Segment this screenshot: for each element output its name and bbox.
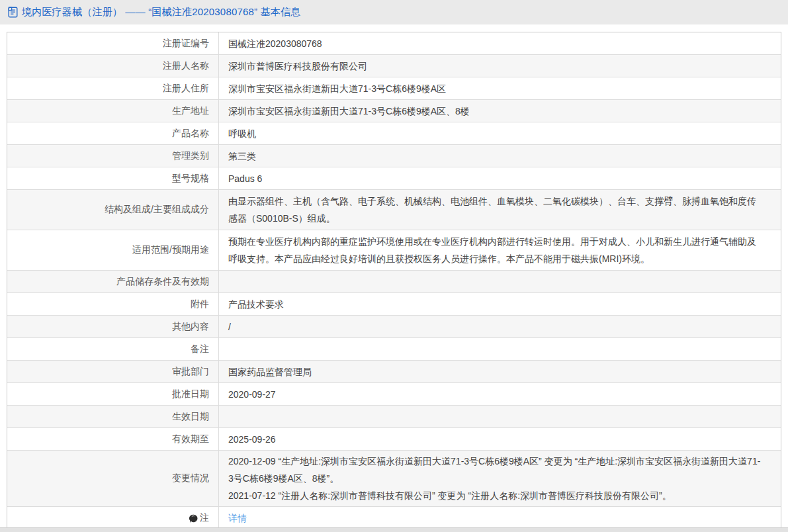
row-scope-intended-use: 适用范围/预期用途 预期在专业医疗机构内部的重症监护环境使用或在专业医疗机构内部…: [7, 230, 781, 271]
field-label: 注: [7, 507, 219, 529]
field-label: 批准日期: [7, 383, 219, 405]
row-storage-validity: 产品储存条件及有效期: [7, 271, 781, 293]
field-value: 第三类: [219, 145, 781, 167]
row-product-name: 产品名称 呼吸机: [7, 122, 781, 145]
field-value: 国械注准20203080768: [219, 32, 781, 54]
comment-balloon-icon: [189, 514, 198, 523]
field-label: 备注: [7, 338, 219, 360]
row-approval-date: 批准日期 2020-09-27: [7, 383, 781, 406]
row-effective-date: 生效日期: [7, 406, 781, 428]
field-label: 适用范围/预期用途: [7, 230, 219, 270]
field-label: 注册人名称: [7, 55, 219, 77]
field-value: 2020-12-09 “生产地址:深圳市宝安区福永街道新田大道71-3号C栋6楼…: [219, 451, 781, 506]
field-label: 产品名称: [7, 122, 219, 144]
row-remarks: 备注: [7, 338, 781, 361]
field-value: 由显示器组件、主机（含气路、电子系统、机械结构、电池组件、血氧模块、二氧化碳模块…: [219, 190, 781, 230]
row-attachment: 附件 产品技术要求: [7, 293, 781, 316]
field-value: 预期在专业医疗机构内部的重症监护环境使用或在专业医疗机构内部进行转运时使用。用于…: [219, 230, 781, 270]
field-label: 生产地址: [7, 100, 219, 122]
row-registrant-address: 注册人住所 深圳市宝安区福永街道新田大道71-3号C栋6楼9楼A区: [7, 77, 781, 100]
field-label: 审批部门: [7, 361, 219, 382]
field-value: 国家药品监督管理局: [219, 361, 781, 382]
page-title: 境内医疗器械（注册） —— “国械注准20203080768” 基本信息: [22, 6, 300, 19]
field-label-text: 注: [200, 512, 209, 524]
field-value: 2025-09-26: [219, 428, 781, 450]
field-value: 深圳市普博医疗科技股份有限公司: [219, 55, 781, 77]
field-value: Padus 6: [219, 167, 781, 189]
field-label: 生效日期: [7, 406, 219, 427]
field-value: /: [219, 316, 781, 337]
page-header: 境内医疗器械（注册） —— “国械注准20203080768” 基本信息: [0, 0, 788, 24]
field-label: 管理类别: [7, 145, 219, 167]
row-management-class: 管理类别 第三类: [7, 145, 781, 167]
page-bottom-strip: [0, 527, 788, 532]
row-model-spec: 型号规格 Padus 6: [7, 167, 781, 190]
registration-info-table: 注册证编号 国械注准20203080768 注册人名称 深圳市普博医疗科技股份有…: [7, 32, 781, 529]
field-value: 深圳市宝安区福永街道新田大道71-3号C栋6楼9楼A区: [219, 77, 781, 99]
field-value: [219, 406, 781, 427]
field-value: 深圳市宝安区福永街道新田大道71-3号C栋6楼9楼A区、8楼: [219, 100, 781, 122]
row-registrant-name: 注册人名称 深圳市普博医疗科技股份有限公司: [7, 55, 781, 77]
field-value: [219, 271, 781, 292]
field-label: 变更情况: [7, 451, 219, 506]
field-label: 结构及组成/主要组成成分: [7, 190, 219, 230]
field-label: 型号规格: [7, 167, 219, 189]
row-other-content: 其他内容 /: [7, 316, 781, 338]
field-label: 注册证编号: [7, 32, 219, 54]
field-value: 详情: [219, 507, 781, 529]
field-label: 其他内容: [7, 316, 219, 337]
details-link[interactable]: 详情: [228, 510, 247, 527]
field-value: 产品技术要求: [219, 293, 781, 315]
change-entry: 2021-07-12 “注册人名称:深圳市普博科技有限公司” 变更为 “注册人名…: [228, 487, 765, 504]
field-value: 呼吸机: [219, 122, 781, 144]
field-label: 有效期至: [7, 428, 219, 450]
field-label: 注册人住所: [7, 77, 219, 99]
row-approval-department: 审批部门 国家药品监督管理局: [7, 361, 781, 383]
field-label: 附件: [7, 293, 219, 315]
document-icon: [8, 7, 18, 18]
row-production-address: 生产地址 深圳市宝安区福永街道新田大道71-3号C栋6楼9楼A区、8楼: [7, 100, 781, 122]
page: 境内医疗器械（注册） —— “国械注准20203080768” 基本信息 注册证…: [0, 0, 788, 532]
field-label: 产品储存条件及有效期: [7, 271, 219, 292]
row-valid-until: 有效期至 2025-09-26: [7, 428, 781, 451]
row-note: 注 详情: [7, 507, 781, 529]
row-cert-number: 注册证编号 国械注准20203080768: [7, 32, 781, 55]
field-value: [219, 338, 781, 360]
change-entry: 2020-12-09 “生产地址:深圳市宝安区福永街道新田大道71-3号C栋6楼…: [228, 453, 765, 487]
row-change-history: 变更情况 2020-12-09 “生产地址:深圳市宝安区福永街道新田大道71-3…: [7, 451, 781, 507]
field-value: 2020-09-27: [219, 383, 781, 405]
row-structure-composition: 结构及组成/主要组成成分 由显示器组件、主机（含气路、电子系统、机械结构、电池组…: [7, 190, 781, 230]
